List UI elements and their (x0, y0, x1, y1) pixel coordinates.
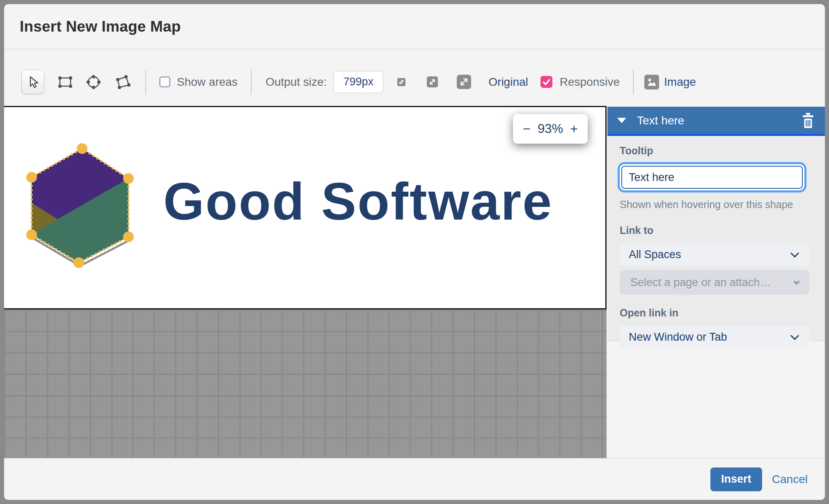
image-button[interactable]: Image (644, 75, 696, 89)
page-background: Insert New Image Map (0, 0, 829, 504)
space-select[interactable]: All Spaces (620, 243, 809, 266)
resize-large-button[interactable] (457, 75, 471, 89)
show-areas-label: Show areas (177, 76, 238, 89)
resize-arrow-icon (459, 77, 469, 87)
show-areas-checkbox[interactable] (159, 76, 170, 87)
zoom-control: − 93% + (513, 114, 588, 144)
toolbar: Show areas Output size: (4, 50, 825, 102)
collapse-caret-icon (617, 118, 626, 123)
tooltip-label: Tooltip (620, 145, 813, 157)
resize-medium-button[interactable] (427, 76, 438, 87)
page-select-placeholder: Select a page or an attach… (620, 276, 792, 289)
responsive-checkbox[interactable] (540, 76, 552, 88)
resize-arrow-icon (428, 78, 436, 86)
cancel-button[interactable]: Cancel (772, 473, 808, 486)
zoom-out-button[interactable]: − (523, 122, 531, 135)
open-link-in-label: Open link in (620, 307, 813, 319)
shape-panel-title: Text here (637, 114, 801, 127)
shape-properties-panel: Text here Tooltip (607, 107, 825, 462)
zoom-level-value: 93% (538, 121, 563, 136)
checkmark-icon (542, 78, 551, 86)
toolbar-divider (633, 69, 634, 95)
select-tool-button[interactable] (21, 70, 44, 94)
circle-shape-icon (85, 73, 103, 91)
image-icon (644, 75, 659, 89)
open-link-value: New Window or Tab (620, 331, 727, 344)
tooltip-hint: Shown when hovering over this shape (620, 199, 813, 211)
image-label: Image (664, 76, 696, 89)
insert-button[interactable]: Insert (710, 467, 762, 491)
chevron-down-icon (790, 249, 799, 257)
dialog-titlebar: Insert New Image Map (4, 4, 825, 49)
canvas-overflow-grid (4, 309, 607, 462)
image-canvas[interactable]: Good Software − 93% + (4, 106, 607, 309)
selected-hexagon-shape[interactable] (21, 138, 144, 270)
polygon-shape-icon (113, 73, 132, 91)
rectangle-shape-icon (57, 75, 74, 89)
original-size-button[interactable]: Original (488, 76, 528, 89)
toolbar-divider (145, 69, 146, 95)
toolbar-divider (251, 69, 252, 95)
resize-small-button[interactable] (397, 78, 405, 86)
dialog-footer: Insert Cancel (4, 458, 825, 500)
work-area: Good Software − 93% + Text here (4, 102, 825, 462)
dialog-title: Insert New Image Map (20, 18, 181, 35)
rectangle-tool-button[interactable] (57, 75, 74, 89)
polygon-tool-button[interactable] (113, 73, 132, 91)
zoom-in-button[interactable]: + (570, 122, 578, 135)
delete-shape-button[interactable] (801, 113, 815, 128)
circle-tool-button[interactable] (85, 73, 103, 91)
resize-arrow-icon (398, 79, 404, 85)
panel-empty-area (607, 341, 825, 462)
shape-panel-header[interactable]: Text here (607, 107, 825, 136)
responsive-label: Responsive (560, 76, 620, 89)
page-select[interactable]: Select a page or an attach… (620, 270, 809, 295)
tooltip-input[interactable] (621, 166, 803, 189)
space-select-value: All Spaces (620, 248, 681, 261)
insert-image-map-dialog: Insert New Image Map (4, 4, 825, 500)
cursor-icon (27, 75, 39, 89)
chevron-down-icon (794, 279, 799, 284)
output-size-label: Output size: (266, 76, 327, 89)
open-link-select[interactable]: New Window or Tab (620, 325, 809, 348)
output-size-input[interactable] (333, 71, 383, 93)
link-to-label: Link to (620, 225, 813, 236)
shape-panel-body: Tooltip Shown when hovering over this sh… (607, 136, 825, 341)
chevron-down-icon (790, 331, 799, 340)
canvas-image-text: Good Software (163, 171, 553, 231)
